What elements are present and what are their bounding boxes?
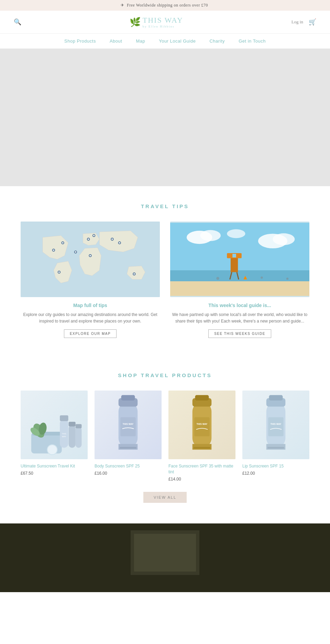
svg-point-35 <box>216 277 219 280</box>
svg-rect-62 <box>195 395 209 401</box>
svg-rect-55 <box>121 395 135 401</box>
main-nav: Shop Products About Map Your Local Guide… <box>0 34 330 49</box>
svg-point-25 <box>273 233 295 245</box>
svg-point-10 <box>111 238 113 240</box>
search-icon[interactable]: 🔍 <box>14 18 21 26</box>
product-card-face[interactable]: THIS WAY Face Sunscreen SPF 35 with matt… <box>168 391 235 482</box>
announcement-text: Free Worldwide shipping on orders over £… <box>127 3 208 8</box>
svg-point-8 <box>93 235 95 236</box>
product-image-lip: THIS WAY <box>242 391 309 459</box>
explore-map-button[interactable]: EXPLORE OUR MAP <box>64 329 117 338</box>
nav-map[interactable]: Map <box>136 38 145 44</box>
product-name-body: Body Sunscreen SPF 25 <box>95 463 162 469</box>
product-card-body[interactable]: THIS WAY Body Sunscreen SPF 25 £16.00 <box>95 391 162 482</box>
svg-rect-56 <box>120 417 135 437</box>
see-guide-button[interactable]: SEE THIS WEEKS GUIDE <box>208 329 271 338</box>
product-card-lip[interactable]: THIS WAY Lip Sunscreen SPF 15 £12.00 <box>242 391 309 482</box>
nav-get-in-touch[interactable]: Get in Touch <box>239 38 266 44</box>
nav-local-guide[interactable]: Your Local Guide <box>159 38 196 44</box>
guide-card: This week's local guide is... We have pa… <box>170 222 309 338</box>
shop-section-title: SHOP TRAVEL PRODUCTS <box>21 372 309 378</box>
svg-rect-43 <box>60 416 68 421</box>
svg-text:THIS WAY: THIS WAY <box>271 423 282 425</box>
cart-icon[interactable]: 🛒 <box>309 18 316 26</box>
svg-point-20 <box>58 271 60 273</box>
svg-rect-28 <box>170 281 309 296</box>
svg-point-26 <box>227 229 245 238</box>
product-name-lip: Lip Sunscreen SPF 15 <box>242 463 309 469</box>
svg-point-12 <box>119 242 120 244</box>
svg-point-41 <box>48 445 57 454</box>
logo-sub: by Ellen Hibbins <box>143 25 183 28</box>
travel-tips-section: TRAVEL TIPS <box>0 186 330 355</box>
travel-tips-title: TRAVEL TIPS <box>21 203 309 209</box>
products-grid: THIS WAY Ultimate Sunscreen Travel Kit £… <box>21 391 309 482</box>
logo-icon: 🌿 <box>130 17 141 27</box>
guide-card-image <box>170 222 309 297</box>
product-image-body: THIS WAY <box>95 391 162 459</box>
svg-rect-65 <box>192 444 212 450</box>
header: 🔍 🌿 THIS WAY by Ellen Hibbins Log in 🛒 <box>0 11 330 34</box>
login-link[interactable]: Log in <box>292 19 303 25</box>
svg-text:THIS WAY: THIS WAY <box>197 423 208 425</box>
svg-rect-27 <box>170 270 309 281</box>
logo-name: THIS WAY <box>143 16 183 25</box>
svg-rect-49 <box>76 424 82 428</box>
guide-card-desc: We have partned up with some local's all… <box>170 312 309 325</box>
product-price-kit: £67.50 <box>21 471 88 476</box>
logo[interactable]: 🌿 THIS WAY by Ellen Hibbins <box>130 16 183 28</box>
svg-point-18 <box>133 273 135 275</box>
svg-rect-47 <box>69 422 76 426</box>
svg-rect-59 <box>120 447 136 449</box>
view-all-button[interactable]: VIEW ALL <box>143 492 187 503</box>
svg-rect-76 <box>134 534 196 572</box>
map-card-image <box>21 222 160 297</box>
announcement-bar: ✈ Free Worldwide shipping on orders over… <box>0 0 330 11</box>
hero-banner <box>0 49 330 186</box>
svg-point-37 <box>286 278 288 280</box>
nav-about[interactable]: About <box>110 38 122 44</box>
svg-rect-0 <box>0 49 330 186</box>
svg-rect-48 <box>76 427 82 448</box>
svg-point-6 <box>88 238 89 240</box>
svg-point-14 <box>89 255 91 256</box>
svg-text:WAY: WAY <box>62 436 66 438</box>
svg-text:THIS: THIS <box>62 433 66 435</box>
svg-rect-72 <box>266 444 286 450</box>
svg-rect-66 <box>194 447 210 449</box>
shop-section: SHOP TRAVEL PRODUCTS THIS WAY <box>0 355 330 520</box>
svg-point-4 <box>62 242 63 244</box>
product-price-lip: £12.00 <box>242 471 309 476</box>
nav-charity[interactable]: Charity <box>209 38 225 44</box>
svg-text:THIS WAY: THIS WAY <box>123 423 134 425</box>
svg-rect-69 <box>269 395 283 401</box>
svg-rect-70 <box>268 417 283 437</box>
product-name-face: Face Sunscreen SPF 35 with matte tint <box>168 463 235 475</box>
svg-rect-31 <box>232 254 236 258</box>
svg-point-23 <box>200 230 221 241</box>
footer-image <box>0 523 330 592</box>
product-image-kit: THIS WAY <box>21 391 88 459</box>
svg-rect-63 <box>194 417 209 437</box>
svg-rect-73 <box>267 447 284 449</box>
svg-rect-29 <box>231 258 238 272</box>
map-card-title: Map full of tips <box>73 303 107 308</box>
guide-card-title: This week's local guide is... <box>208 303 271 308</box>
svg-rect-58 <box>119 444 138 450</box>
svg-point-2 <box>53 249 54 251</box>
header-actions: Log in 🛒 <box>292 18 316 26</box>
product-name-kit: Ultimate Sunscreen Travel Kit <box>21 463 88 469</box>
product-card-kit[interactable]: THIS WAY Ultimate Sunscreen Travel Kit £… <box>21 391 88 482</box>
product-price-body: £16.00 <box>95 471 162 476</box>
product-image-face: THIS WAY <box>168 391 235 459</box>
svg-rect-46 <box>69 425 76 448</box>
header-search[interactable]: 🔍 <box>14 18 21 26</box>
nav-shop-products[interactable]: Shop Products <box>64 38 96 44</box>
travel-tips-grid: Map full of tips Explore our city guides… <box>21 222 309 338</box>
map-card-desc: Explore our city guides to our amazing d… <box>21 312 160 325</box>
product-price-face: £14.00 <box>168 477 235 482</box>
svg-point-16 <box>75 251 76 253</box>
svg-point-36 <box>261 276 263 279</box>
announcement-icon: ✈ <box>121 3 124 8</box>
map-card: Map full of tips Explore our city guides… <box>21 222 160 338</box>
